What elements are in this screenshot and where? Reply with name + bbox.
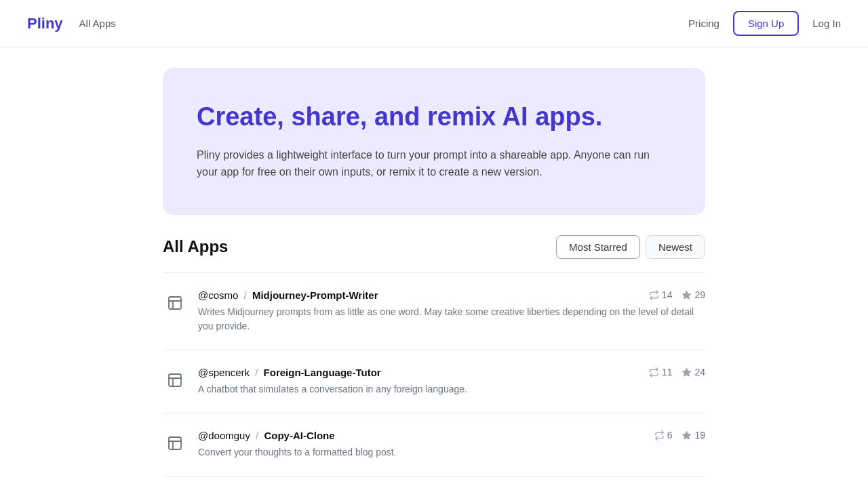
app-title: Copy-AI-Clone [264, 430, 334, 441]
svg-rect-8 [169, 437, 181, 449]
app-icon [163, 368, 187, 392]
app-description: A chatbot that simulates a conversation … [198, 382, 705, 396]
app-author: @cosmo [198, 289, 238, 301]
app-list: @cosmo / Midjourney-Prompt-Writer [163, 272, 705, 488]
star-count: 24 [682, 367, 705, 378]
apps-section-title: All Apps [163, 237, 228, 256]
nav-all-apps[interactable]: All Apps [79, 18, 116, 29]
app-name: @cosmo / Midjourney-Prompt-Writer [198, 289, 378, 301]
list-item[interactable]: @doomguy / Copy-AI-Clone 6 [163, 413, 705, 476]
svg-marker-11 [683, 431, 692, 439]
app-name-row: @spencerk / Foreign-Language-Tutor [198, 367, 705, 378]
app-author: @spencerk [198, 367, 250, 378]
logo[interactable]: Pliny [27, 15, 63, 33]
main-content: Create, share, and remix AI apps. Pliny … [163, 68, 705, 488]
app-description: Convert your thoughts to a formatted blo… [198, 445, 705, 460]
app-name-row: @cosmo / Midjourney-Prompt-Writer [198, 289, 705, 301]
svg-marker-3 [683, 291, 692, 299]
separator: / [256, 430, 258, 441]
svg-rect-0 [169, 297, 181, 309]
app-author: @doomguy [198, 430, 250, 441]
remix-count: 14 [649, 289, 673, 300]
svg-rect-4 [169, 374, 181, 386]
app-content: @doomguy / Copy-AI-Clone 6 [198, 430, 705, 460]
list-item[interactable]: @biw / explain-anything 10 [163, 476, 705, 488]
app-name: @doomguy / Copy-AI-Clone [198, 430, 335, 441]
app-content: @spencerk / Foreign-Language-Tutor [198, 367, 705, 396]
nav-pricing[interactable]: Pricing [688, 18, 719, 29]
apps-header: All Apps Most Starred Newest [163, 235, 705, 259]
app-name: @spencerk / Foreign-Language-Tutor [198, 367, 381, 378]
app-icon [163, 291, 187, 315]
filter-buttons: Most Starred Newest [556, 235, 705, 259]
remix-count: 6 [654, 430, 673, 441]
app-icon [163, 431, 187, 455]
separator: / [255, 367, 258, 378]
star-count: 29 [682, 289, 705, 300]
app-content: @cosmo / Midjourney-Prompt-Writer [198, 289, 705, 333]
login-button[interactable]: Log In [812, 18, 841, 29]
star-count: 19 [682, 430, 705, 441]
separator: / [244, 289, 247, 301]
signup-button[interactable]: Sign Up [733, 11, 799, 36]
svg-marker-7 [683, 368, 692, 376]
remix-count: 11 [649, 367, 673, 378]
list-item[interactable]: @spencerk / Foreign-Language-Tutor [163, 350, 705, 413]
app-name-row: @doomguy / Copy-AI-Clone 6 [198, 430, 705, 441]
filter-most-starred[interactable]: Most Starred [556, 235, 640, 259]
filter-newest[interactable]: Newest [646, 235, 705, 259]
app-stats: 6 19 [654, 430, 705, 441]
app-title: Foreign-Language-Tutor [264, 367, 381, 378]
hero-description: Pliny provides a lightweight interface t… [197, 146, 671, 181]
hero-section: Create, share, and remix AI apps. Pliny … [163, 68, 705, 215]
app-title: Midjourney-Prompt-Writer [252, 289, 378, 301]
app-stats: 11 24 [649, 367, 705, 378]
app-description: Writes Midjourney prompts from as little… [198, 305, 705, 333]
header-right: Pricing Sign Up Log In [688, 11, 841, 36]
apps-section: All Apps Most Starred Newest @cosmo [163, 235, 705, 488]
hero-title: Create, share, and remix AI apps. [197, 102, 671, 133]
header: Pliny All Apps Pricing Sign Up Log In [0, 0, 868, 47]
app-stats: 14 29 [649, 289, 705, 300]
list-item[interactable]: @cosmo / Midjourney-Prompt-Writer [163, 273, 705, 350]
